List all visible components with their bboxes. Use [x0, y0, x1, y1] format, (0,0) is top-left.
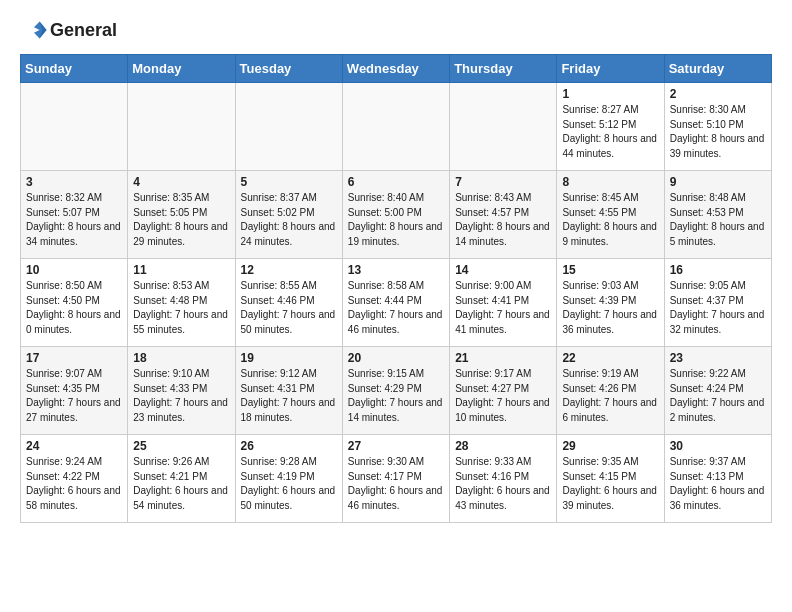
- day-cell: 13Sunrise: 8:58 AM Sunset: 4:44 PM Dayli…: [342, 259, 449, 347]
- day-number: 3: [26, 175, 122, 189]
- day-info: Sunrise: 8:45 AM Sunset: 4:55 PM Dayligh…: [562, 191, 658, 249]
- day-info: Sunrise: 9:12 AM Sunset: 4:31 PM Dayligh…: [241, 367, 337, 425]
- day-number: 23: [670, 351, 766, 365]
- week-row-3: 10Sunrise: 8:50 AM Sunset: 4:50 PM Dayli…: [21, 259, 772, 347]
- day-number: 9: [670, 175, 766, 189]
- day-cell: [21, 83, 128, 171]
- logo-text: General: [50, 20, 117, 41]
- day-number: 26: [241, 439, 337, 453]
- day-number: 21: [455, 351, 551, 365]
- day-info: Sunrise: 8:58 AM Sunset: 4:44 PM Dayligh…: [348, 279, 444, 337]
- day-info: Sunrise: 9:05 AM Sunset: 4:37 PM Dayligh…: [670, 279, 766, 337]
- weekday-monday: Monday: [128, 55, 235, 83]
- day-number: 30: [670, 439, 766, 453]
- weekday-header-row: SundayMondayTuesdayWednesdayThursdayFrid…: [21, 55, 772, 83]
- day-number: 2: [670, 87, 766, 101]
- day-number: 11: [133, 263, 229, 277]
- weekday-wednesday: Wednesday: [342, 55, 449, 83]
- weekday-saturday: Saturday: [664, 55, 771, 83]
- day-cell: 25Sunrise: 9:26 AM Sunset: 4:21 PM Dayli…: [128, 435, 235, 523]
- day-cell: 30Sunrise: 9:37 AM Sunset: 4:13 PM Dayli…: [664, 435, 771, 523]
- day-info: Sunrise: 8:55 AM Sunset: 4:46 PM Dayligh…: [241, 279, 337, 337]
- day-info: Sunrise: 9:17 AM Sunset: 4:27 PM Dayligh…: [455, 367, 551, 425]
- day-info: Sunrise: 8:32 AM Sunset: 5:07 PM Dayligh…: [26, 191, 122, 249]
- week-row-2: 3Sunrise: 8:32 AM Sunset: 5:07 PM Daylig…: [21, 171, 772, 259]
- day-cell: 27Sunrise: 9:30 AM Sunset: 4:17 PM Dayli…: [342, 435, 449, 523]
- day-cell: 23Sunrise: 9:22 AM Sunset: 4:24 PM Dayli…: [664, 347, 771, 435]
- day-number: 18: [133, 351, 229, 365]
- day-number: 28: [455, 439, 551, 453]
- day-cell: 22Sunrise: 9:19 AM Sunset: 4:26 PM Dayli…: [557, 347, 664, 435]
- day-number: 19: [241, 351, 337, 365]
- day-cell: [128, 83, 235, 171]
- day-cell: 6Sunrise: 8:40 AM Sunset: 5:00 PM Daylig…: [342, 171, 449, 259]
- day-cell: 17Sunrise: 9:07 AM Sunset: 4:35 PM Dayli…: [21, 347, 128, 435]
- day-cell: 12Sunrise: 8:55 AM Sunset: 4:46 PM Dayli…: [235, 259, 342, 347]
- day-cell: 1Sunrise: 8:27 AM Sunset: 5:12 PM Daylig…: [557, 83, 664, 171]
- day-info: Sunrise: 8:48 AM Sunset: 4:53 PM Dayligh…: [670, 191, 766, 249]
- day-number: 10: [26, 263, 122, 277]
- day-cell: 24Sunrise: 9:24 AM Sunset: 4:22 PM Dayli…: [21, 435, 128, 523]
- day-cell: 26Sunrise: 9:28 AM Sunset: 4:19 PM Dayli…: [235, 435, 342, 523]
- day-info: Sunrise: 9:24 AM Sunset: 4:22 PM Dayligh…: [26, 455, 122, 513]
- day-cell: [235, 83, 342, 171]
- logo: General: [20, 16, 117, 44]
- day-info: Sunrise: 9:33 AM Sunset: 4:16 PM Dayligh…: [455, 455, 551, 513]
- day-cell: 29Sunrise: 9:35 AM Sunset: 4:15 PM Dayli…: [557, 435, 664, 523]
- day-number: 17: [26, 351, 122, 365]
- day-cell: 14Sunrise: 9:00 AM Sunset: 4:41 PM Dayli…: [450, 259, 557, 347]
- day-info: Sunrise: 8:27 AM Sunset: 5:12 PM Dayligh…: [562, 103, 658, 161]
- day-number: 14: [455, 263, 551, 277]
- day-info: Sunrise: 8:43 AM Sunset: 4:57 PM Dayligh…: [455, 191, 551, 249]
- day-cell: 7Sunrise: 8:43 AM Sunset: 4:57 PM Daylig…: [450, 171, 557, 259]
- day-info: Sunrise: 8:37 AM Sunset: 5:02 PM Dayligh…: [241, 191, 337, 249]
- day-number: 4: [133, 175, 229, 189]
- day-number: 29: [562, 439, 658, 453]
- day-number: 6: [348, 175, 444, 189]
- day-cell: 16Sunrise: 9:05 AM Sunset: 4:37 PM Dayli…: [664, 259, 771, 347]
- day-cell: 8Sunrise: 8:45 AM Sunset: 4:55 PM Daylig…: [557, 171, 664, 259]
- day-info: Sunrise: 9:22 AM Sunset: 4:24 PM Dayligh…: [670, 367, 766, 425]
- day-cell: 28Sunrise: 9:33 AM Sunset: 4:16 PM Dayli…: [450, 435, 557, 523]
- day-number: 24: [26, 439, 122, 453]
- day-cell: 5Sunrise: 8:37 AM Sunset: 5:02 PM Daylig…: [235, 171, 342, 259]
- day-number: 1: [562, 87, 658, 101]
- day-number: 15: [562, 263, 658, 277]
- week-row-1: 1Sunrise: 8:27 AM Sunset: 5:12 PM Daylig…: [21, 83, 772, 171]
- weekday-tuesday: Tuesday: [235, 55, 342, 83]
- day-info: Sunrise: 8:50 AM Sunset: 4:50 PM Dayligh…: [26, 279, 122, 337]
- day-cell: 2Sunrise: 8:30 AM Sunset: 5:10 PM Daylig…: [664, 83, 771, 171]
- day-info: Sunrise: 9:15 AM Sunset: 4:29 PM Dayligh…: [348, 367, 444, 425]
- day-cell: 15Sunrise: 9:03 AM Sunset: 4:39 PM Dayli…: [557, 259, 664, 347]
- day-number: 22: [562, 351, 658, 365]
- day-cell: 3Sunrise: 8:32 AM Sunset: 5:07 PM Daylig…: [21, 171, 128, 259]
- day-number: 25: [133, 439, 229, 453]
- calendar: SundayMondayTuesdayWednesdayThursdayFrid…: [20, 54, 772, 523]
- day-cell: 20Sunrise: 9:15 AM Sunset: 4:29 PM Dayli…: [342, 347, 449, 435]
- day-number: 27: [348, 439, 444, 453]
- day-info: Sunrise: 8:40 AM Sunset: 5:00 PM Dayligh…: [348, 191, 444, 249]
- day-info: Sunrise: 9:00 AM Sunset: 4:41 PM Dayligh…: [455, 279, 551, 337]
- day-cell: 19Sunrise: 9:12 AM Sunset: 4:31 PM Dayli…: [235, 347, 342, 435]
- day-number: 7: [455, 175, 551, 189]
- day-info: Sunrise: 9:10 AM Sunset: 4:33 PM Dayligh…: [133, 367, 229, 425]
- weekday-sunday: Sunday: [21, 55, 128, 83]
- header: General: [20, 16, 772, 44]
- day-cell: 21Sunrise: 9:17 AM Sunset: 4:27 PM Dayli…: [450, 347, 557, 435]
- day-info: Sunrise: 9:35 AM Sunset: 4:15 PM Dayligh…: [562, 455, 658, 513]
- day-number: 20: [348, 351, 444, 365]
- day-info: Sunrise: 8:30 AM Sunset: 5:10 PM Dayligh…: [670, 103, 766, 161]
- day-number: 12: [241, 263, 337, 277]
- logo-name: General: [20, 16, 117, 44]
- day-info: Sunrise: 9:19 AM Sunset: 4:26 PM Dayligh…: [562, 367, 658, 425]
- day-info: Sunrise: 9:26 AM Sunset: 4:21 PM Dayligh…: [133, 455, 229, 513]
- day-cell: 18Sunrise: 9:10 AM Sunset: 4:33 PM Dayli…: [128, 347, 235, 435]
- logo-icon: [20, 16, 48, 44]
- weekday-friday: Friday: [557, 55, 664, 83]
- week-row-5: 24Sunrise: 9:24 AM Sunset: 4:22 PM Dayli…: [21, 435, 772, 523]
- day-cell: 9Sunrise: 8:48 AM Sunset: 4:53 PM Daylig…: [664, 171, 771, 259]
- day-number: 5: [241, 175, 337, 189]
- day-number: 8: [562, 175, 658, 189]
- page: General SundayMondayTuesdayWednesdayThur…: [0, 0, 792, 533]
- day-number: 16: [670, 263, 766, 277]
